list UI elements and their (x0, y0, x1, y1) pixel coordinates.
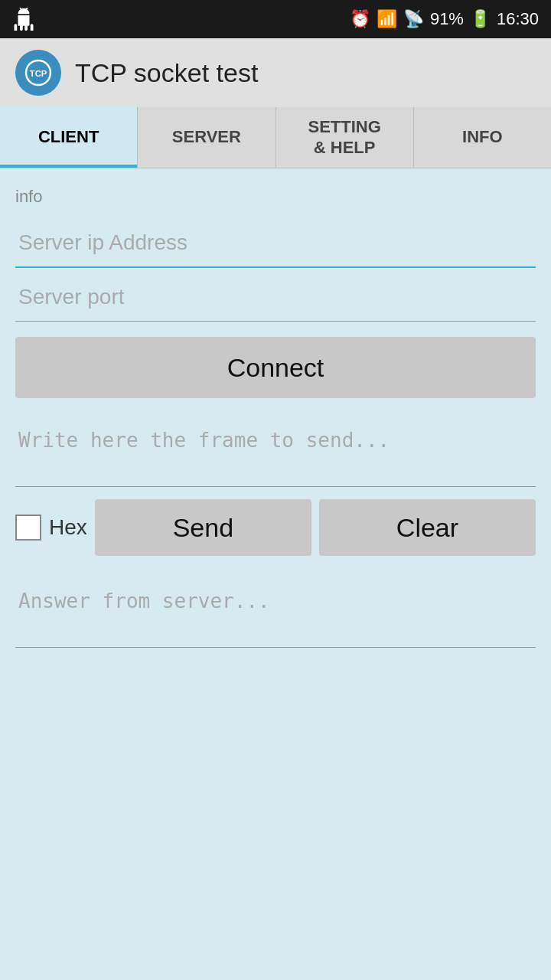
status-bar: ⏰ 📶 📡 91% 🔋 16:30 (0, 0, 551, 38)
frame-area: Hex Send Clear (15, 426, 536, 556)
info-label: info (15, 187, 536, 207)
server-port-group (15, 273, 536, 322)
app-title: TCP socket test (75, 58, 258, 88)
signal-icon: 📡 (403, 9, 424, 29)
tab-setting[interactable]: SETTING& HELP (276, 107, 414, 168)
tcp-logo-icon: TCP (23, 57, 54, 88)
status-icons: ⏰ 📶 📡 91% 🔋 16:30 (350, 9, 539, 29)
battery-percent: 91% (430, 9, 464, 29)
content-area: info Connect Hex Send Clear (0, 168, 551, 980)
app-logo: TCP (15, 50, 61, 96)
answer-area (15, 586, 536, 648)
server-ip-input[interactable] (15, 219, 536, 268)
server-port-input[interactable] (15, 273, 536, 322)
action-row: Hex Send Clear (15, 499, 536, 556)
alarm-icon: ⏰ (350, 9, 370, 29)
hex-label: Hex (49, 515, 87, 540)
wifi-icon: 📶 (377, 9, 397, 29)
battery-icon: 🔋 (470, 9, 491, 29)
server-ip-group (15, 219, 536, 268)
hex-checkbox[interactable] (15, 514, 41, 541)
android-icon (12, 8, 35, 31)
clear-button[interactable]: Clear (319, 499, 536, 556)
hex-group: Hex (15, 514, 87, 541)
tab-info[interactable]: INFO (414, 107, 551, 168)
svg-text:TCP: TCP (30, 69, 47, 78)
app-header: TCP TCP socket test (0, 38, 551, 107)
answer-input[interactable] (15, 586, 536, 648)
status-left (12, 8, 35, 31)
connect-button[interactable]: Connect (15, 337, 536, 398)
tab-bar: CLIENT SERVER SETTING& HELP INFO (0, 107, 551, 168)
frame-input[interactable] (15, 426, 536, 487)
clock: 16:30 (497, 9, 539, 29)
tab-server[interactable]: SERVER (138, 107, 276, 168)
send-button[interactable]: Send (95, 499, 311, 556)
tab-client[interactable]: CLIENT (0, 107, 138, 168)
